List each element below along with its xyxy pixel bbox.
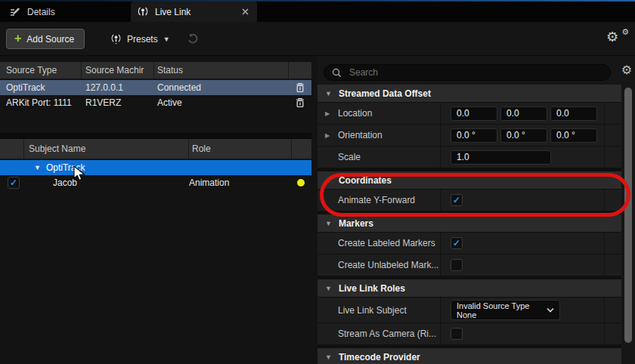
close-icon[interactable] (239, 6, 251, 18)
live-link-subject-dropdown[interactable]: Invalid Source Type None (451, 300, 560, 320)
property-label-cell[interactable]: ▶ Location (318, 103, 441, 124)
location-y-field[interactable]: 0.0 (500, 106, 547, 121)
col-role[interactable]: Role (189, 139, 292, 159)
property-row-live-link-subject: Live Link Subject Invalid Source Type No… (318, 298, 621, 323)
col-source-type[interactable]: Source Type (0, 62, 82, 79)
tab-live-link-label: Live Link (155, 7, 233, 17)
source-row-optitrack[interactable]: OptiTrack 127.0.0.1 Connected (0, 80, 311, 95)
delete-source-button[interactable] (289, 97, 311, 108)
property-row-animate-y-forward: Animate Y-Forward (318, 190, 621, 211)
location-x-field[interactable]: 0.0 (451, 106, 497, 121)
chevron-expanded-icon: ▼ (325, 353, 332, 361)
search-icon (332, 68, 342, 78)
property-label: Live Link Subject (338, 305, 407, 316)
section-streamed-data-offset[interactable]: ▼ Streamed Data Offset (318, 85, 621, 103)
chevron-expanded-icon: ▼ (325, 177, 332, 184)
location-z-field[interactable]: 0.0 (550, 106, 597, 121)
section-title: Coordinates (339, 175, 392, 186)
chevron-expanded-icon: ▼ (325, 90, 332, 97)
gear-small-icon: ⚙ (621, 28, 629, 36)
property-label: Stream As Camera (Ri... (338, 329, 436, 339)
row-spacer (605, 233, 621, 254)
property-label: Create Unlabeled Mark... (338, 260, 438, 270)
tab-live-link[interactable]: Live Link (131, 2, 257, 22)
dropdown-line2: None (457, 310, 545, 319)
animate-y-forward-checkbox[interactable] (451, 194, 463, 206)
property-value-cell (441, 323, 605, 344)
view-options-gear-icon[interactable]: ⚙ (621, 63, 632, 77)
property-value-cell: Invalid Source Type None (441, 298, 605, 322)
col-source-machine[interactable]: Source Machir (82, 62, 154, 79)
property-label-cell[interactable]: Scale (318, 147, 441, 168)
section-timecode-provider[interactable]: ▼ Timecode Provider (318, 348, 621, 364)
subject-enabled-checkbox[interactable] (8, 177, 20, 189)
section-live-link-roles[interactable]: ▼ Live Link Roles (318, 279, 621, 298)
property-row-scale: Scale 1.0 (318, 147, 621, 168)
toolbar: + Add Source Presets ▼ ⚙ (0, 22, 635, 56)
row-spacer (605, 323, 621, 344)
property-label-cell[interactable]: Create Unlabeled Mark... (318, 254, 441, 276)
orientation-x-field[interactable]: 0.0 ° (451, 128, 497, 143)
source-row-arkit[interactable]: ARKit Port: 1111 R1VERZ Active (0, 95, 311, 110)
section-title: Markers (339, 218, 373, 229)
create-unlabeled-markers-checkbox[interactable] (451, 259, 463, 271)
trash-icon (296, 97, 305, 108)
property-label-cell[interactable]: ▶ Orientation (318, 125, 441, 146)
scale-field[interactable]: 1.0 (451, 150, 551, 165)
chevron-expanded-icon[interactable]: ▼ (34, 164, 41, 171)
subject-row-jacob[interactable]: Jacob Animation (0, 175, 311, 190)
orientation-z-field[interactable]: 0.0 ° (550, 128, 597, 143)
live-link-presets-icon (110, 33, 122, 45)
property-label: Scale (338, 152, 361, 162)
search-box[interactable] (324, 64, 611, 81)
chevron-collapsed-icon[interactable]: ▶ (325, 132, 330, 139)
source-status-cell: Connected (154, 82, 289, 93)
row-spacer (605, 125, 621, 146)
scrollbar-thumb[interactable] (624, 88, 632, 343)
property-value-cell: 0.0 ° 0.0 ° 0.0 ° (441, 125, 605, 146)
add-source-label: Add Source (26, 34, 74, 45)
row-spacer (605, 254, 621, 276)
undo-icon[interactable] (186, 32, 200, 45)
property-label-cell[interactable]: Live Link Subject (318, 298, 441, 322)
search-input[interactable] (348, 66, 602, 79)
orientation-y-field[interactable]: 0.0 ° (500, 128, 547, 143)
presets-button[interactable]: Presets ▼ (106, 29, 175, 49)
source-type-cell: OptiTrack (0, 82, 82, 93)
col-subject-name[interactable]: Subject Name (24, 139, 189, 159)
scrollbar-track[interactable] (621, 85, 635, 364)
tab-details-label: Details (27, 7, 55, 17)
property-label-cell[interactable]: Animate Y-Forward (318, 190, 441, 211)
property-label: Location (338, 108, 372, 119)
property-label-cell[interactable]: Stream As Camera (Ri... (318, 323, 441, 344)
subject-group-row-optitrack[interactable]: ▼ OptiTrack (0, 160, 311, 175)
delete-source-button[interactable] (289, 82, 311, 93)
property-value-cell: 0.0 0.0 0.0 (441, 103, 605, 124)
section-coordinates[interactable]: ▼ Coordinates (318, 171, 621, 190)
details-icon (9, 6, 21, 18)
add-source-button[interactable]: + Add Source (6, 29, 85, 49)
dropdown-line1: Invalid Source Type (457, 301, 545, 310)
chevron-collapsed-icon[interactable]: ▶ (325, 110, 330, 117)
live-link-window: Details Live Link + Add Source (0, 0, 635, 364)
section-markers[interactable]: ▼ Markers (318, 214, 621, 233)
status-dot (297, 179, 305, 187)
source-type-cell: ARKit Port: 1111 (0, 97, 82, 108)
property-label: Create Labeled Markers (338, 238, 435, 248)
property-label-cell[interactable]: Create Labeled Markers (318, 233, 441, 254)
settings-gears-icon[interactable]: ⚙ ⚙ (606, 28, 629, 49)
stream-as-camera-checkbox[interactable] (451, 328, 463, 340)
presets-label: Presets (127, 34, 158, 45)
source-machine-cell: R1VERZ (82, 97, 154, 108)
row-spacer (605, 147, 621, 168)
property-rows: ▼ Streamed Data Offset ▶ Location 0.0 0.… (318, 85, 621, 364)
col-status[interactable]: Status (154, 62, 289, 79)
col-checkbox (0, 139, 24, 159)
property-value-cell (441, 233, 605, 254)
tab-details[interactable]: Details (3, 2, 66, 22)
details-inspector-panel: ⚙ ▼ Streamed Data Offset ▶ Location 0.0 … (318, 56, 635, 364)
subject-group-label: OptiTrack (46, 162, 85, 173)
property-value-cell (441, 190, 605, 211)
create-labeled-markers-checkbox[interactable] (451, 237, 463, 249)
gear-large-icon: ⚙ (606, 30, 618, 44)
